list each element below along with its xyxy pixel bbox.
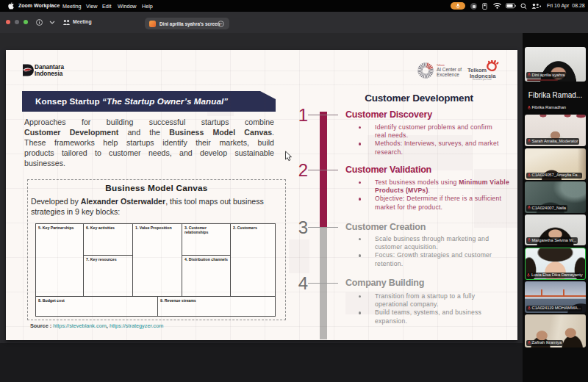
svg-text:Excellence: Excellence (437, 72, 459, 77)
svg-text:AI Center of: AI Center of (437, 67, 462, 72)
svg-text:the world in your hand: the world in your hand (473, 78, 492, 81)
svg-text:Indonesia: Indonesia (35, 71, 63, 77)
